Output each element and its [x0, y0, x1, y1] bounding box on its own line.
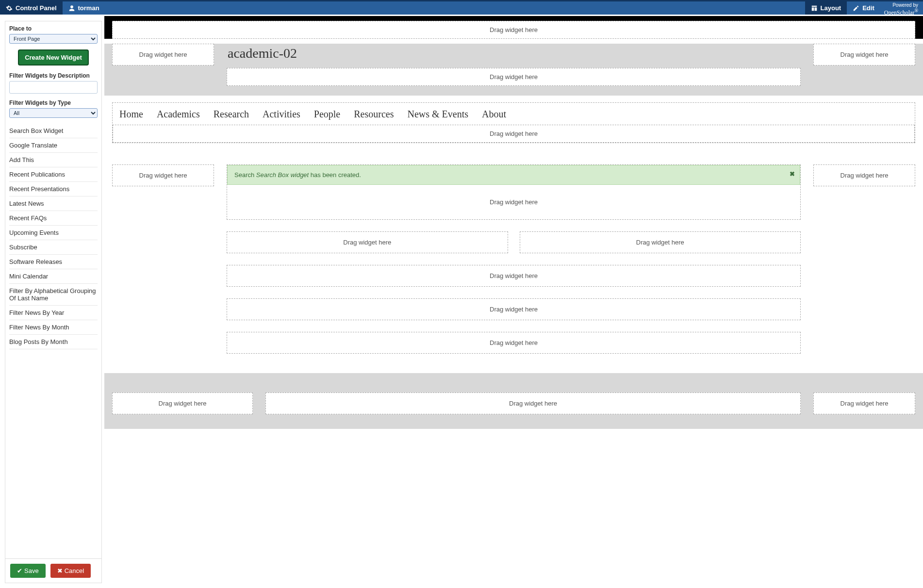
pencil-icon — [853, 5, 859, 12]
dropzone-content-right[interactable]: Drag widget here — [813, 164, 915, 186]
alert-text-prefix: Search — [234, 171, 256, 179]
dropzone-top[interactable]: Drag widget here — [112, 21, 915, 39]
dropzone-nav[interactable]: Drag widget here — [113, 125, 915, 143]
nav-about[interactable]: About — [482, 109, 506, 120]
widget-item-latest-news[interactable]: Latest News — [9, 196, 98, 211]
user-menu[interactable]: torman — [63, 1, 105, 15]
filter-desc-label: Filter Widgets by Description — [9, 72, 98, 79]
dropzone-header-center[interactable]: Drag widget here — [227, 68, 801, 86]
nav-region: Home Academics Research Activities Peopl… — [112, 102, 915, 143]
dropzone-footer-left[interactable]: Drag widget here — [112, 392, 253, 414]
edit-label: Edit — [862, 4, 874, 12]
create-new-widget-button[interactable]: Create New Widget — [18, 49, 89, 65]
widget-list: Search Box Widget Google Translate Add T… — [9, 124, 98, 349]
dropzone-content-main[interactable]: Drag widget here — [227, 185, 800, 219]
edit-button[interactable]: Edit — [847, 1, 880, 15]
widget-item-filter-news-month[interactable]: Filter News By Month — [9, 320, 98, 335]
widget-item-filter-alpha[interactable]: Filter By Alphabetical Grouping Of Last … — [9, 284, 98, 306]
content-main-block: Search Search Box widget has been create… — [227, 164, 801, 220]
sidebar: Place to Front Page Create New Widget Fi… — [0, 16, 104, 588]
nav-activities[interactable]: Activities — [263, 109, 300, 120]
dropzone-center-3[interactable]: Drag widget here — [227, 332, 801, 354]
gear-icon — [6, 5, 13, 12]
dropzone-center-1[interactable]: Drag widget here — [227, 265, 801, 287]
place-to-label: Place to — [9, 25, 98, 32]
dropzone-header-left[interactable]: Drag widget here — [112, 44, 214, 65]
cancel-label: Cancel — [65, 567, 84, 574]
dropzone-content-left[interactable]: Drag widget here — [112, 164, 214, 186]
save-label: Save — [24, 567, 39, 574]
nav-research[interactable]: Research — [214, 109, 249, 120]
widget-item-mini-calendar[interactable]: Mini Calendar — [9, 269, 98, 284]
alert-text-suffix: has been created. — [309, 171, 361, 179]
control-panel-label: Control Panel — [16, 4, 57, 12]
header-region: Drag widget here academic-02 Drag widget… — [104, 44, 923, 96]
username-label: torman — [78, 4, 99, 12]
layout-icon — [811, 5, 818, 12]
success-alert: Search Search Box widget has been create… — [227, 165, 800, 185]
user-icon — [68, 5, 75, 12]
admin-bar: Control Panel torman Layout Edit Powered… — [0, 0, 923, 15]
widget-item-recent-publications[interactable]: Recent Publications — [9, 167, 98, 182]
nav-resources[interactable]: Resources — [354, 109, 394, 120]
main-nav: Home Academics Research Activities Peopl… — [113, 103, 915, 125]
layout-canvas[interactable]: Drag widget here Drag widget here academ… — [104, 16, 923, 588]
layout-button[interactable]: Layout — [805, 1, 847, 15]
powered-by-text: Powered by — [884, 2, 918, 8]
widget-item-software-releases[interactable]: Software Releases — [9, 255, 98, 269]
widget-item-google-translate[interactable]: Google Translate — [9, 138, 98, 153]
widget-item-recent-presentations[interactable]: Recent Presentations — [9, 182, 98, 196]
footer-region: Drag widget here Drag widget here Drag w… — [104, 373, 923, 429]
widget-item-upcoming-events[interactable]: Upcoming Events — [9, 226, 98, 240]
cancel-button[interactable]: ✖ Cancel — [50, 564, 91, 578]
widget-item-filter-news-year[interactable]: Filter News By Year — [9, 306, 98, 320]
nav-people[interactable]: People — [314, 109, 340, 120]
dropzone-header-right[interactable]: Drag widget here — [813, 44, 915, 65]
place-to-select[interactable]: Front Page — [9, 34, 98, 44]
filter-type-select[interactable]: All — [9, 108, 98, 118]
dropzone-two-col-right[interactable]: Drag widget here — [520, 231, 801, 253]
control-panel-button[interactable]: Control Panel — [0, 1, 63, 15]
nav-academics[interactable]: Academics — [157, 109, 200, 120]
nav-news[interactable]: News & Events — [407, 109, 468, 120]
close-icon: ✖ — [57, 567, 63, 574]
dropzone-footer-right[interactable]: Drag widget here — [813, 392, 915, 414]
dropzone-center-2[interactable]: Drag widget here — [227, 298, 801, 320]
dropzone-footer-center[interactable]: Drag widget here — [265, 392, 801, 414]
alert-close-button[interactable]: ✖ — [790, 170, 795, 178]
filter-type-label: Filter Widgets by Type — [9, 99, 98, 106]
widget-item-blog-posts-month[interactable]: Blog Posts By Month — [9, 335, 98, 349]
alert-text-em: Search Box widget — [256, 171, 309, 179]
widget-item-subscribe[interactable]: Subscribe — [9, 240, 98, 255]
widget-item-search-box[interactable]: Search Box Widget — [9, 124, 98, 138]
widget-item-recent-faqs[interactable]: Recent FAQs — [9, 211, 98, 226]
save-button[interactable]: ✔ Save — [10, 564, 46, 578]
check-icon: ✔ — [17, 567, 22, 574]
site-title: academic-02 — [227, 44, 801, 63]
powered-by[interactable]: Powered by OpenScholar® — [880, 1, 923, 15]
dropzone-two-col-left[interactable]: Drag widget here — [227, 231, 508, 253]
nav-home[interactable]: Home — [119, 109, 143, 120]
layout-label: Layout — [821, 4, 841, 12]
openscholar-text: OpenScholar — [884, 9, 915, 16]
filter-desc-input[interactable] — [9, 81, 98, 94]
widget-item-add-this[interactable]: Add This — [9, 153, 98, 167]
